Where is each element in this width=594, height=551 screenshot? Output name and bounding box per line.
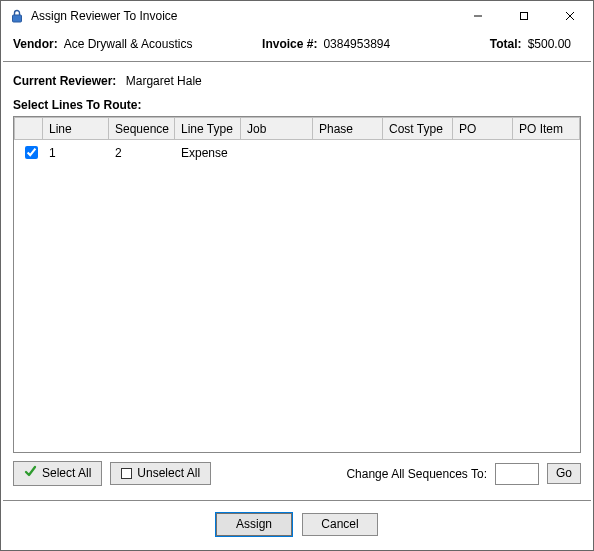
cell-po [453, 140, 513, 166]
cell-linetype: Expense [175, 140, 241, 166]
select-all-label: Select All [42, 466, 91, 481]
content-area: Current Reviewer: Margaret Hale Select L… [1, 62, 593, 492]
minimize-button[interactable] [455, 1, 501, 31]
info-bar: Vendor: Ace Drywall & Acoustics Invoice … [1, 31, 593, 61]
check-icon [24, 465, 37, 482]
maximize-button[interactable] [501, 1, 547, 31]
vendor-value: Ace Drywall & Acoustics [64, 37, 193, 51]
close-button[interactable] [547, 1, 593, 31]
col-linetype-header[interactable]: Line Type [175, 118, 241, 140]
change-seq-input[interactable] [495, 463, 539, 485]
unselect-all-button[interactable]: Unselect All [110, 462, 211, 485]
cell-poitem [513, 140, 580, 166]
footer-actions: Assign Cancel [1, 501, 593, 550]
cell-phase [313, 140, 383, 166]
assign-button[interactable]: Assign [216, 513, 292, 536]
row-checkbox[interactable] [25, 146, 38, 159]
window-title: Assign Reviewer To Invoice [31, 9, 178, 23]
go-button[interactable]: Go [547, 463, 581, 484]
current-reviewer-row: Current Reviewer: Margaret Hale [13, 74, 581, 88]
total-label: Total: [490, 37, 522, 51]
dialog-window: Assign Reviewer To Invoice Vendor: Ace D… [0, 0, 594, 551]
invoice-value: 0384953894 [323, 37, 390, 51]
cancel-label: Cancel [321, 517, 358, 532]
lock-icon [9, 8, 25, 24]
table-header-row: Line Sequence Line Type Job Phase Cost T… [15, 118, 580, 140]
svg-rect-2 [521, 13, 528, 20]
col-check-header[interactable] [15, 118, 43, 140]
cell-line: 1 [43, 140, 109, 166]
svg-rect-0 [13, 15, 22, 22]
table-row[interactable]: 1 2 Expense [15, 140, 580, 166]
select-lines-label: Select Lines To Route: [13, 98, 581, 112]
cell-job [241, 140, 313, 166]
col-phase-header[interactable]: Phase [313, 118, 383, 140]
go-label: Go [556, 466, 572, 481]
current-reviewer-label: Current Reviewer: [13, 74, 116, 88]
total-value: $500.00 [528, 37, 571, 51]
invoice-label: Invoice #: [262, 37, 317, 51]
current-reviewer-value: Margaret Hale [126, 74, 202, 88]
vendor-label: Vendor: [13, 37, 58, 51]
col-job-header[interactable]: Job [241, 118, 313, 140]
col-po-header[interactable]: PO [453, 118, 513, 140]
assign-label: Assign [236, 517, 272, 532]
lines-table: Line Sequence Line Type Job Phase Cost T… [13, 116, 581, 453]
titlebar: Assign Reviewer To Invoice [1, 1, 593, 31]
col-costtype-header[interactable]: Cost Type [383, 118, 453, 140]
col-sequence-header[interactable]: Sequence [109, 118, 175, 140]
below-table-toolbar: Select All Unselect All Change All Seque… [13, 461, 581, 486]
unselect-all-label: Unselect All [137, 466, 200, 481]
cell-sequence: 2 [109, 140, 175, 166]
select-all-button[interactable]: Select All [13, 461, 102, 486]
cell-costtype [383, 140, 453, 166]
change-seq-label: Change All Sequences To: [346, 467, 487, 481]
cancel-button[interactable]: Cancel [302, 513, 378, 536]
col-line-header[interactable]: Line [43, 118, 109, 140]
col-poitem-header[interactable]: PO Item [513, 118, 580, 140]
empty-checkbox-icon [121, 468, 132, 479]
